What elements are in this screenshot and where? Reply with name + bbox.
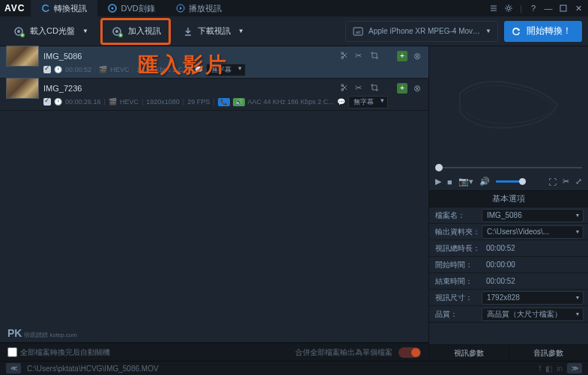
filename-input[interactable]: IMG_5086 xyxy=(482,209,584,222)
fps: 29 FPS xyxy=(187,98,210,106)
file-name: IMG_5086 xyxy=(43,52,340,61)
add-icon[interactable]: + xyxy=(397,51,407,61)
volume-icon[interactable]: 🔊 xyxy=(479,177,490,186)
audio-info: AAC 44 KHz 186 Kbps 2 C... xyxy=(248,98,334,106)
file-item[interactable]: IMG_5086 ✂ + ⊗ 🕐 00:00:52 | 🎬 HEVC | z xyxy=(0,46,428,79)
phone-icon: 📞 xyxy=(218,98,230,106)
minimize-icon[interactable]: — xyxy=(543,3,554,13)
duration: 00:00:26.16 xyxy=(65,98,101,106)
crop-icon[interactable] xyxy=(370,83,381,94)
scissors-icon[interactable]: ✂ xyxy=(355,51,366,61)
disc-icon xyxy=(108,4,117,13)
options-header: 基本選項 xyxy=(429,191,588,207)
thumbnail[interactable] xyxy=(6,46,39,67)
duration: 00:00:52 xyxy=(65,66,91,73)
output-profile-select[interactable]: all Apple iPhone XR MPEG-4 Movie (*.m...… xyxy=(345,21,498,42)
preview-panel: ▶ ■ 📷▾ 🔊 ⛶ ✂ ⤢ 基本選項 檔案名：IMG_5086 輸出資料夾：C… xyxy=(428,46,588,361)
app-logo: AVC xyxy=(4,3,25,13)
toolbar: 載入CD光盤 ▼ 加入視訊 下載視訊 ▼ all Apple iPhone XR… xyxy=(0,16,588,46)
crop-icon[interactable] xyxy=(370,51,381,61)
file-path: C:\Users\pktata\HCVG\IMG_5086.MOV xyxy=(27,365,159,373)
svg-point-3 xyxy=(507,7,510,10)
play-icon xyxy=(176,4,185,13)
prev-button[interactable]: ≪ xyxy=(6,363,21,374)
fullscreen-icon[interactable]: ⛶ xyxy=(548,177,557,186)
titlebar: AVC 轉換視訊 DVD刻錄 播放視訊 | ? — ✕ xyxy=(0,0,588,16)
video-params-tab[interactable]: 視訊參數 xyxy=(429,344,509,361)
audio-params-tab[interactable]: 音訊參數 xyxy=(509,344,589,361)
list-icon[interactable] xyxy=(488,3,499,13)
opt-value: 00:00:52 xyxy=(482,277,588,285)
watermark: PK 痞凱踏踏 kstep.com xyxy=(0,324,428,343)
checkbox[interactable] xyxy=(43,98,51,106)
timeline[interactable] xyxy=(429,162,588,173)
clock-icon: 🕐 xyxy=(54,98,62,106)
stop-button[interactable]: ■ xyxy=(447,177,452,186)
download-button[interactable]: 下載視訊 ▼ xyxy=(177,22,250,41)
svg-point-6 xyxy=(17,30,20,33)
thumbnail[interactable] xyxy=(6,78,39,99)
svg-text:all: all xyxy=(356,30,360,34)
close-icon[interactable]: ✕ xyxy=(573,3,584,13)
remove-icon[interactable]: ⊗ xyxy=(412,51,422,61)
social-icon[interactable]: ◧ xyxy=(545,365,552,373)
cut-icon[interactable]: ✂ xyxy=(563,177,569,186)
social-icon[interactable]: in xyxy=(557,365,563,373)
audio-icon: 🔊 xyxy=(233,98,245,106)
param-tabs: 視訊參數 音訊參數 xyxy=(429,344,588,361)
file-list-panel: 匯入影片 IMG_5086 ✂ + ⊗ 🕐 00:00:52 | xyxy=(0,46,428,361)
cut-icon[interactable] xyxy=(340,83,351,94)
opt-label: 結束時間： xyxy=(429,276,482,287)
expand-icon[interactable]: ⤢ xyxy=(575,177,582,186)
opt-label: 品質： xyxy=(429,309,482,320)
add-icon[interactable]: + xyxy=(397,83,407,94)
quality-select[interactable]: 高品質（大尺寸檔案） xyxy=(482,308,584,321)
svg-point-9 xyxy=(115,30,118,33)
opt-label: 開始時間： xyxy=(429,260,482,270)
chat-icon: 💬 xyxy=(337,98,345,106)
add-video-button[interactable]: 加入視訊 xyxy=(104,22,167,41)
file-item[interactable]: IMG_7236 ✂ + ⊗ 🕐 00:00:26.16 | 🎬 HEVC | xyxy=(0,79,428,111)
subtitle-select[interactable]: 無字幕 xyxy=(348,96,388,109)
clock-icon: 🕐 xyxy=(54,66,62,73)
film-icon: 🎬 xyxy=(109,98,117,106)
camera-button[interactable]: 📷▾ xyxy=(458,177,473,186)
codec: HEVC xyxy=(120,98,139,106)
remove-icon[interactable]: ⊗ xyxy=(412,83,422,94)
convert-button[interactable]: 開始轉換！ xyxy=(504,21,582,42)
size-select[interactable]: 1792x828 xyxy=(482,291,584,305)
tab-play[interactable]: 播放視訊 xyxy=(166,0,232,16)
playback-controls: ▶ ■ 📷▾ 🔊 ⛶ ✂ ⤢ xyxy=(429,173,588,191)
cut-icon[interactable] xyxy=(340,51,351,61)
codec: HEVC xyxy=(110,66,129,73)
gear-icon[interactable] xyxy=(503,3,514,13)
tab-convert[interactable]: 轉換視訊 xyxy=(31,0,97,16)
caret-down-icon: ▼ xyxy=(238,28,244,34)
social-icon[interactable]: f xyxy=(539,365,541,373)
next-button[interactable]: ≫ xyxy=(567,363,582,374)
merge-label: 合併全部檔案輸出為單個檔案 xyxy=(295,347,392,358)
volume-slider[interactable] xyxy=(496,180,526,183)
caret-down-icon: ▼ xyxy=(82,28,88,34)
options-table: 檔案名：IMG_5086 輸出資料夾：C:\Users\Videos\... 視… xyxy=(429,207,588,344)
shutdown-checkbox[interactable] xyxy=(7,347,17,357)
opt-value: 00:00:00 xyxy=(482,260,588,269)
load-cd-button[interactable]: 載入CD光盤 ▼ xyxy=(6,22,94,41)
outdir-input[interactable]: C:\Users\Videos\... xyxy=(482,225,584,239)
play-button[interactable]: ▶ xyxy=(435,177,441,186)
checkbox[interactable] xyxy=(43,66,51,73)
scissors-icon[interactable]: ✂ xyxy=(355,83,366,94)
tab-dvd[interactable]: DVD刻錄 xyxy=(97,0,165,16)
statusbar: ≪ C:\Users\pktata\HCVG\IMG_5086.MOV f ◧ … xyxy=(0,361,588,375)
pk-logo: PK xyxy=(7,327,22,339)
merge-toggle[interactable] xyxy=(398,347,421,358)
help-icon[interactable]: ? xyxy=(528,3,539,13)
caret-down-icon: ▼ xyxy=(485,28,491,34)
svg-point-1 xyxy=(112,7,114,10)
subtitle-select[interactable]: 無字幕 xyxy=(206,64,246,76)
refresh-icon xyxy=(41,4,50,13)
maximize-icon[interactable] xyxy=(558,3,569,13)
timeline-handle[interactable] xyxy=(435,164,443,171)
chat-icon: 💬 xyxy=(195,66,203,73)
opt-label: 檔案名： xyxy=(429,210,482,221)
